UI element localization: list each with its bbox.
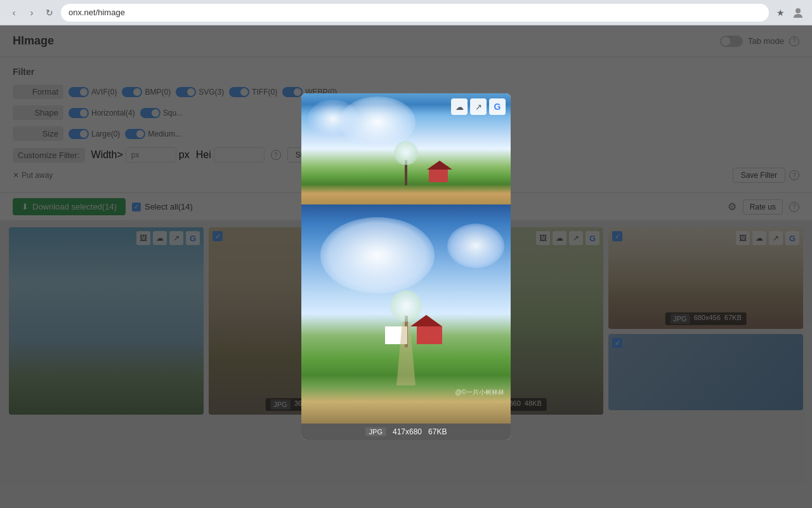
modal-dimensions: 417x680 <box>393 427 422 436</box>
modal-container: ☁ ↗ G <box>301 93 511 440</box>
modal-overlay[interactable]: ☁ ↗ G <box>0 25 812 508</box>
modal-save-icon[interactable]: ☁ <box>451 98 468 115</box>
back-icon[interactable]: ‹ <box>8 6 20 19</box>
modal-open-icon[interactable]: ↗ <box>470 98 487 115</box>
modal-size: 67KB <box>428 427 447 436</box>
watermark: @©一片小树林林 <box>455 388 504 397</box>
svg-point-0 <box>796 8 801 13</box>
app-container: HImage Tab mode ? Filter Format AVIF(0) … <box>0 25 812 508</box>
modal-google-icon[interactable]: G <box>489 98 506 115</box>
modal-icons: ☁ ↗ G <box>451 98 506 115</box>
bookmark-icon[interactable]: ★ <box>774 6 787 19</box>
modal-format: JPG <box>365 427 386 436</box>
account-icon[interactable] <box>792 6 804 19</box>
browser-bar: ‹ › ↻ onx.net/himage ★ <box>0 0 812 25</box>
modal-meta: JPG 417x680 67KB <box>301 424 511 440</box>
reload-icon[interactable]: ↻ <box>43 6 56 19</box>
url-text: onx.net/himage <box>69 8 125 17</box>
address-bar[interactable]: onx.net/himage <box>61 4 769 22</box>
forward-icon[interactable]: › <box>25 6 38 19</box>
